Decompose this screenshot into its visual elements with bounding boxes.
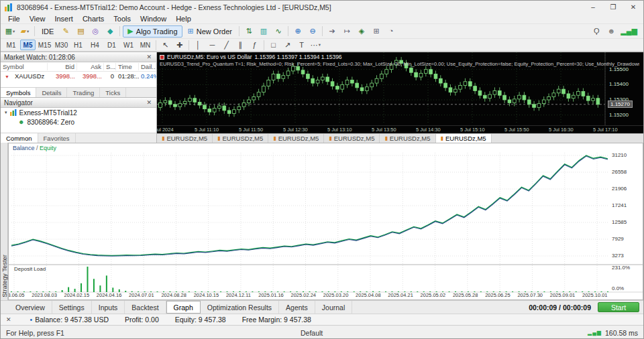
market-watch-close-icon[interactable]: ✕ [145, 54, 153, 60]
new-chart-caret-icon[interactable]: ▾ [13, 29, 15, 34]
tester-tab-journal[interactable]: Journal [315, 301, 352, 314]
tester-tab-inputs[interactable]: Inputs [92, 301, 125, 314]
timeframe-h4[interactable]: H4 [87, 40, 103, 50]
timeframe-w1[interactable]: W1 [121, 40, 136, 50]
chart-tab-3[interactable]: ▮EURUSDz,M5 [324, 134, 380, 143]
shapes-icon[interactable]: □ [267, 40, 280, 51]
tester-date-label: 2025.02.24 [291, 292, 317, 298]
chart-tab-2[interactable]: ▮EURUSDz,M5 [268, 134, 324, 143]
column-header-2[interactable]: Ask [77, 63, 104, 70]
tester-tab-graph[interactable]: Graph [166, 301, 201, 314]
chart-profiles-icon[interactable]: ▰▾ [18, 25, 32, 38]
auto-scroll-icon[interactable]: ➔ [325, 25, 339, 38]
column-header-0[interactable]: Symbol [1, 63, 48, 70]
metaeditor-icon[interactable]: ✎ [59, 25, 72, 38]
timeframe-m1[interactable]: M1 [3, 40, 19, 50]
market-watch-tab-trading[interactable]: Trading [67, 88, 100, 97]
objects-more-caret-icon[interactable]: ▾ [319, 42, 321, 48]
chart-shift-icon[interactable]: ↦ [340, 25, 354, 38]
market-watch-tab-details[interactable]: Details [36, 88, 67, 97]
timeframe-d1[interactable]: D1 [104, 40, 119, 50]
menu-window[interactable]: Window [136, 15, 171, 23]
ide-button[interactable]: IDE [38, 25, 58, 38]
maximize-button[interactable]: ❐ [603, 1, 623, 13]
zoom-in-icon[interactable]: ⊕ [291, 25, 305, 38]
tester-tab-overview[interactable]: Overview [9, 301, 52, 314]
chart-tab-4[interactable]: ▮EURUSDz,M5 [380, 134, 435, 143]
navigator-tab-common[interactable]: Common [1, 133, 38, 143]
column-header-1[interactable]: Bid [48, 63, 77, 70]
navigator-header[interactable]: Navigator ✕ [1, 98, 156, 108]
minimize-button[interactable]: – [583, 1, 603, 13]
zoom-out-icon[interactable]: ⊖ [306, 25, 319, 38]
tester-graph[interactable]: Balance / Equity Deposit Load 231.0% 0.0… [8, 143, 643, 300]
timeframe-m30[interactable]: M30 [54, 40, 69, 50]
tree-expander-icon[interactable]: ▾ [5, 110, 7, 115]
navigator-tab-favorites[interactable]: Favorites [38, 133, 76, 143]
price-chart[interactable]: EURUSDz,M5: Euro vs US Dollar 1.15396 1.… [157, 52, 643, 133]
tester-tab-backtest[interactable]: Backtest [125, 301, 166, 314]
user-icon[interactable]: ☻ [604, 25, 618, 38]
search-icon[interactable]: Ϙ [590, 25, 603, 38]
arrows-tool-icon[interactable]: ↗ [281, 40, 294, 51]
market-watch-header[interactable]: Market Watch: 01:28:06 ✕ [1, 52, 156, 62]
toolbox-close-icon[interactable]: ✕ [3, 316, 14, 323]
data-window-icon[interactable]: ◔ [384, 25, 398, 38]
profile-selector[interactable]: Default [301, 329, 323, 337]
trendline-icon[interactable]: ╱ [220, 40, 233, 51]
menu-tools[interactable]: Tools [109, 15, 136, 23]
menu-view[interactable]: View [25, 15, 50, 23]
timeframe-m15[interactable]: M15 [37, 40, 52, 50]
cursor-icon[interactable]: ↖ [159, 40, 172, 51]
market-watch-row-xauusd[interactable]: ▼XAUUSDz 3998... 3998... 0 01:28:... 0.2… [1, 72, 156, 80]
market-watch-tab-symbols[interactable]: Symbols [1, 88, 36, 97]
calendar-icon[interactable]: ▤ [74, 25, 87, 38]
equidistant-channel-icon[interactable]: ∥ [234, 40, 247, 51]
fibonacci-icon[interactable]: ƒ [248, 40, 261, 51]
text-tool-icon[interactable]: T [295, 40, 308, 51]
navigator-item-account[interactable]: ☻ 83068964: Zero [1, 117, 156, 127]
symbols-window-icon[interactable]: ▥ [257, 25, 270, 38]
market-watch-columns[interactable]: SymbolBidAskS...TimeDail... [1, 62, 156, 72]
tick-chart-icon[interactable]: ∿ [272, 25, 285, 38]
crosshair-icon[interactable]: ✚ [173, 40, 186, 51]
market-icon[interactable]: ◆ [103, 25, 117, 38]
chart-tab-5[interactable]: ▮EURUSDz,M5 [436, 134, 492, 143]
market-watch-tab-ticks[interactable]: Ticks [100, 88, 126, 97]
chart-profiles-caret-icon[interactable]: ▾ [27, 29, 29, 34]
menu-help[interactable]: Help [171, 15, 196, 23]
column-header-4[interactable]: Time [116, 63, 139, 70]
toolbar-separator [264, 40, 264, 50]
tester-tab-settings[interactable]: Settings [52, 301, 92, 314]
objects-more-icon[interactable]: ⋯▾ [309, 40, 322, 51]
menu-file[interactable]: File [3, 15, 25, 23]
market-watch-body[interactable] [1, 80, 156, 87]
algo-trading-button[interactable]: ▶Algo Trading [123, 25, 182, 38]
navigator-item-account-server[interactable]: ▾ Exness-MT5Trial12 [1, 108, 156, 117]
chart-tab-0[interactable]: ▮EURUSDz,M5 [157, 134, 213, 143]
new-order-button[interactable]: ⊞New Order [184, 25, 236, 38]
navigator-close-icon[interactable]: ✕ [145, 99, 153, 106]
timeframe-mn[interactable]: MN [138, 40, 153, 50]
tester-tab-agents[interactable]: Agents [279, 301, 315, 314]
column-header-5[interactable]: Dail... [139, 63, 156, 70]
tester-tab-optimization-results[interactable]: Optimization Results [201, 301, 279, 314]
menu-charts[interactable]: Charts [78, 15, 109, 23]
horizontal-line-icon[interactable]: ─ [206, 40, 219, 51]
start-button[interactable]: Start [598, 302, 639, 312]
timeframe-h1[interactable]: H1 [70, 40, 86, 50]
column-header-3[interactable]: S... [104, 63, 116, 70]
connection-icon[interactable]: ▂▄▆ [619, 25, 639, 38]
tile-windows-icon[interactable]: ⊞ [370, 25, 383, 38]
new-chart-icon[interactable]: ▦▾ [3, 25, 17, 38]
vertical-line-icon[interactable]: │ [192, 40, 205, 51]
tester-side-strip[interactable]: Strategy Tester [1, 143, 8, 300]
indicators-icon[interactable]: ◈ [355, 25, 368, 38]
timeframe-m5[interactable]: M5 [20, 40, 36, 50]
community-icon[interactable]: ◎ [89, 25, 102, 38]
chart-tab-1[interactable]: ▮EURUSDz,M5 [213, 134, 268, 143]
depth-of-market-icon[interactable]: ⇅ [242, 25, 256, 38]
chart-time-axis[interactable]: 5 Jul 20245 Jul 11:105 Jul 11:505 Jul 12… [157, 125, 643, 133]
close-button[interactable]: ✕ [623, 1, 643, 13]
menu-insert[interactable]: Insert [50, 15, 78, 23]
